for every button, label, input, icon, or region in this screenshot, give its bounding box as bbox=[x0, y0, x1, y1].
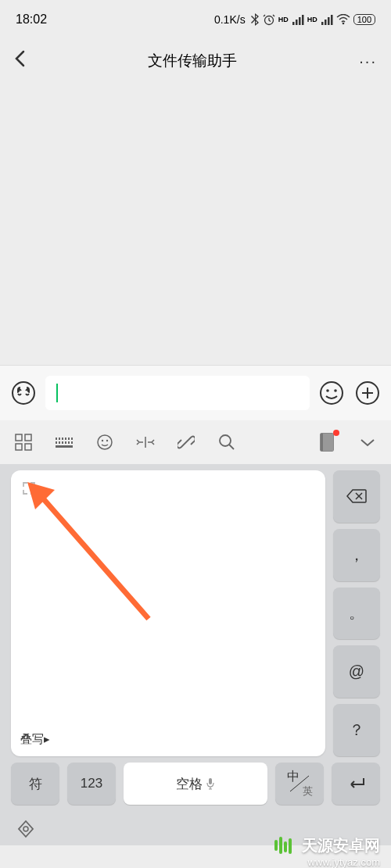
alarm-icon bbox=[263, 13, 275, 26]
svg-text:中: 中 bbox=[287, 770, 300, 783]
number-key[interactable]: 123 bbox=[67, 763, 116, 805]
wifi-icon bbox=[336, 14, 350, 25]
svg-rect-4 bbox=[302, 15, 304, 25]
svg-point-33 bbox=[102, 440, 103, 441]
svg-rect-26 bbox=[59, 441, 60, 444]
svg-rect-19 bbox=[56, 438, 57, 440]
watermark: 天源安卓网 bbox=[272, 834, 380, 857]
signal-icon-1 bbox=[292, 14, 304, 25]
keyboard-area: 叠写▸ ， 。 @ ？ bbox=[0, 464, 391, 763]
svg-rect-31 bbox=[56, 445, 73, 448]
svg-text:英: 英 bbox=[303, 785, 313, 797]
svg-rect-16 bbox=[25, 434, 31, 441]
cursor-icon[interactable] bbox=[135, 431, 156, 453]
status-time: 18:02 bbox=[16, 13, 47, 27]
space-key[interactable]: 空格 bbox=[124, 763, 267, 805]
plus-button[interactable] bbox=[353, 379, 382, 407]
svg-rect-44 bbox=[274, 840, 278, 851]
svg-point-12 bbox=[326, 389, 329, 392]
svg-rect-7 bbox=[328, 17, 330, 25]
svg-rect-1 bbox=[292, 22, 295, 25]
svg-point-34 bbox=[106, 440, 108, 441]
svg-rect-30 bbox=[71, 441, 73, 444]
watermark-url: www.jytyaz.com bbox=[308, 856, 380, 868]
bluetooth-icon bbox=[250, 13, 260, 26]
battery-badge: 100 bbox=[353, 14, 375, 25]
svg-rect-21 bbox=[62, 438, 63, 440]
svg-point-13 bbox=[334, 389, 337, 392]
emoji-button[interactable] bbox=[317, 379, 346, 407]
svg-point-35 bbox=[220, 435, 231, 446]
svg-rect-6 bbox=[325, 20, 327, 25]
svg-rect-45 bbox=[279, 837, 282, 854]
watermark-text: 天源安卓网 bbox=[302, 835, 380, 856]
svg-rect-22 bbox=[65, 438, 66, 440]
svg-rect-24 bbox=[71, 438, 73, 440]
svg-rect-5 bbox=[321, 22, 324, 25]
grid-icon[interactable] bbox=[13, 431, 34, 453]
more-button[interactable]: ··· bbox=[359, 52, 377, 70]
emoji-toolbar-icon[interactable] bbox=[94, 431, 116, 453]
network-speed: 0.1K/s bbox=[214, 13, 246, 26]
signal-icon-2 bbox=[321, 14, 333, 25]
svg-rect-29 bbox=[68, 441, 70, 444]
svg-point-9 bbox=[342, 23, 344, 25]
svg-rect-23 bbox=[68, 438, 70, 440]
svg-point-43 bbox=[23, 827, 28, 831]
hd-icon-2: HD bbox=[307, 16, 317, 23]
page-title: 文件传输助手 bbox=[148, 51, 237, 71]
mic-icon bbox=[206, 777, 215, 790]
svg-rect-20 bbox=[59, 438, 60, 440]
space-label: 空格 bbox=[176, 775, 203, 793]
svg-point-32 bbox=[98, 435, 112, 449]
stack-write-label[interactable]: 叠写▸ bbox=[20, 732, 50, 747]
search-icon[interactable] bbox=[216, 431, 238, 453]
svg-point-11 bbox=[321, 382, 343, 404]
svg-rect-36 bbox=[323, 434, 333, 451]
svg-point-10 bbox=[13, 382, 34, 404]
side-keys: ， 。 @ ？ bbox=[333, 470, 380, 756]
status-right: 0.1K/s HD HD 100 bbox=[214, 13, 375, 26]
status-bar: 18:02 0.1K/s HD HD 100 bbox=[0, 0, 391, 39]
svg-rect-28 bbox=[65, 441, 66, 444]
voice-button[interactable] bbox=[9, 379, 38, 407]
handwriting-pad[interactable]: 叠写▸ bbox=[11, 470, 325, 756]
status-icons: HD HD 100 bbox=[250, 13, 375, 26]
keyboard-icon[interactable] bbox=[53, 431, 75, 453]
text-cursor bbox=[56, 384, 58, 402]
language-key[interactable]: 中 英 bbox=[275, 763, 324, 805]
expand-icon[interactable] bbox=[22, 481, 36, 495]
period-key[interactable]: 。 bbox=[333, 588, 380, 640]
svg-rect-39 bbox=[209, 778, 212, 784]
hd-icon: HD bbox=[278, 16, 289, 23]
svg-rect-27 bbox=[62, 441, 63, 444]
back-button[interactable] bbox=[14, 50, 25, 72]
dictionary-icon[interactable] bbox=[316, 431, 338, 453]
comma-key[interactable]: ， bbox=[333, 529, 380, 581]
message-input[interactable] bbox=[45, 376, 310, 410]
keyboard-toolbar bbox=[0, 420, 391, 464]
svg-rect-47 bbox=[289, 838, 292, 854]
svg-rect-46 bbox=[284, 841, 287, 852]
nav-bar: 文件传输助手 ··· bbox=[0, 39, 391, 83]
logo-icon bbox=[16, 819, 36, 839]
svg-rect-25 bbox=[56, 441, 57, 444]
question-key[interactable]: ？ bbox=[333, 704, 380, 756]
link-icon[interactable] bbox=[175, 431, 197, 453]
chat-area[interactable] bbox=[0, 83, 391, 365]
svg-rect-3 bbox=[299, 17, 301, 25]
bottom-key-row: 符 123 空格 中 英 bbox=[0, 763, 391, 813]
svg-rect-8 bbox=[331, 15, 333, 25]
backspace-key[interactable] bbox=[333, 470, 380, 523]
svg-rect-15 bbox=[16, 434, 22, 441]
svg-rect-17 bbox=[16, 444, 22, 450]
collapse-icon[interactable] bbox=[357, 431, 378, 453]
notification-dot bbox=[333, 430, 339, 436]
symbol-key[interactable]: 符 bbox=[11, 763, 59, 805]
watermark-logo bbox=[272, 834, 296, 857]
svg-rect-18 bbox=[25, 444, 31, 450]
enter-key[interactable] bbox=[332, 763, 380, 805]
at-key[interactable]: @ bbox=[333, 645, 380, 698]
svg-rect-37 bbox=[321, 434, 323, 451]
svg-rect-2 bbox=[296, 20, 298, 25]
